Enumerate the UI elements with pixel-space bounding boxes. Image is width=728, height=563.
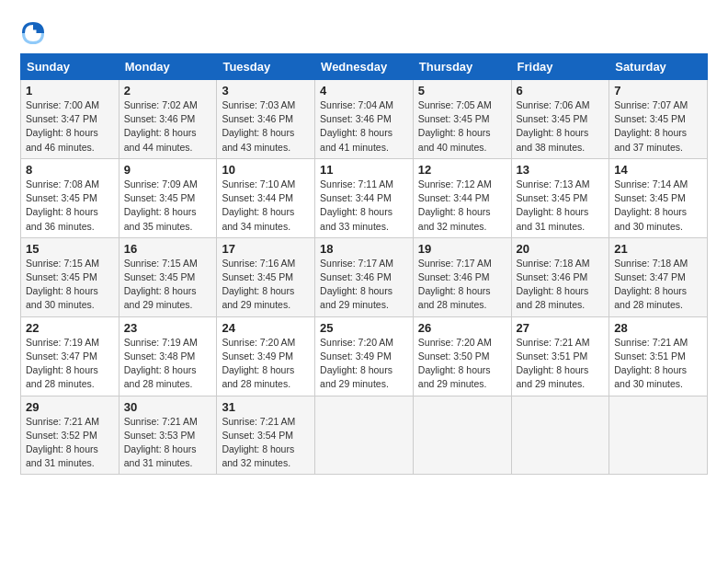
- calendar-cell: 3Sunrise: 7:03 AMSunset: 3:46 PMDaylight…: [217, 80, 315, 159]
- day-number: 10: [222, 163, 310, 177]
- day-info: Sunrise: 7:19 AMSunset: 3:47 PMDaylight:…: [26, 337, 99, 390]
- day-number: 16: [124, 242, 212, 256]
- calendar-cell: 10Sunrise: 7:10 AMSunset: 3:44 PMDayligh…: [217, 158, 315, 237]
- calendar-week-1: 1Sunrise: 7:00 AMSunset: 3:47 PMDaylight…: [21, 80, 708, 159]
- day-info: Sunrise: 7:18 AMSunset: 3:47 PMDaylight:…: [614, 258, 688, 311]
- calendar-week-5: 29Sunrise: 7:21 AMSunset: 3:52 PMDayligh…: [21, 396, 708, 475]
- day-info: Sunrise: 7:00 AMSunset: 3:47 PMDaylight:…: [26, 99, 99, 153]
- calendar-cell: 7Sunrise: 7:07 AMSunset: 3:45 PMDaylight…: [609, 80, 708, 159]
- day-number: 5: [418, 84, 506, 98]
- day-info: Sunrise: 7:08 AMSunset: 3:45 PMDaylight:…: [26, 178, 99, 232]
- col-header-sunday: Sunday: [21, 54, 119, 80]
- col-header-thursday: Thursday: [413, 54, 511, 80]
- day-number: 1: [26, 84, 114, 98]
- day-info: Sunrise: 7:21 AMSunset: 3:51 PMDaylight:…: [614, 337, 688, 390]
- day-info: Sunrise: 7:15 AMSunset: 3:45 PMDaylight:…: [124, 258, 198, 311]
- day-info: Sunrise: 7:06 AMSunset: 3:45 PMDaylight:…: [517, 99, 590, 153]
- day-info: Sunrise: 7:02 AMSunset: 3:46 PMDaylight:…: [124, 99, 198, 153]
- calendar-table: SundayMondayTuesdayWednesdayThursdayFrid…: [20, 53, 708, 475]
- day-number: 12: [418, 163, 506, 177]
- calendar-cell: 16Sunrise: 7:15 AMSunset: 3:45 PMDayligh…: [119, 237, 217, 316]
- day-number: 7: [614, 84, 702, 98]
- day-number: 6: [517, 84, 605, 98]
- calendar-cell: 29Sunrise: 7:21 AMSunset: 3:52 PMDayligh…: [21, 396, 119, 475]
- calendar-cell: 19Sunrise: 7:17 AMSunset: 3:46 PMDayligh…: [413, 237, 511, 316]
- day-info: Sunrise: 7:17 AMSunset: 3:46 PMDaylight:…: [320, 258, 393, 311]
- day-info: Sunrise: 7:12 AMSunset: 3:44 PMDaylight:…: [418, 178, 492, 232]
- day-info: Sunrise: 7:14 AMSunset: 3:45 PMDaylight:…: [614, 178, 688, 232]
- day-number: 30: [124, 400, 212, 414]
- day-number: 9: [124, 163, 212, 177]
- day-info: Sunrise: 7:20 AMSunset: 3:49 PMDaylight:…: [222, 337, 295, 390]
- day-info: Sunrise: 7:11 AMSunset: 3:44 PMDaylight:…: [320, 178, 393, 232]
- day-number: 28: [614, 321, 702, 335]
- header: [20, 17, 708, 46]
- day-info: Sunrise: 7:16 AMSunset: 3:45 PMDaylight:…: [222, 258, 295, 311]
- day-number: 27: [517, 321, 605, 335]
- day-number: 20: [517, 242, 605, 256]
- calendar-week-2: 8Sunrise: 7:08 AMSunset: 3:45 PMDaylight…: [21, 158, 708, 237]
- day-number: 29: [26, 400, 114, 414]
- day-info: Sunrise: 7:21 AMSunset: 3:53 PMDaylight:…: [124, 416, 198, 469]
- day-number: 22: [26, 321, 114, 335]
- calendar-cell: 21Sunrise: 7:18 AMSunset: 3:47 PMDayligh…: [609, 237, 708, 316]
- calendar-cell: 14Sunrise: 7:14 AMSunset: 3:45 PMDayligh…: [609, 158, 708, 237]
- day-info: Sunrise: 7:05 AMSunset: 3:45 PMDaylight:…: [418, 99, 492, 153]
- day-number: 2: [124, 84, 212, 98]
- calendar-cell: 25Sunrise: 7:20 AMSunset: 3:49 PMDayligh…: [315, 316, 414, 396]
- day-info: Sunrise: 7:07 AMSunset: 3:45 PMDaylight:…: [614, 99, 688, 153]
- day-info: Sunrise: 7:21 AMSunset: 3:54 PMDaylight:…: [222, 416, 295, 469]
- day-number: 31: [222, 400, 310, 414]
- col-header-wednesday: Wednesday: [315, 54, 414, 80]
- day-info: Sunrise: 7:09 AMSunset: 3:45 PMDaylight:…: [124, 178, 198, 232]
- col-header-tuesday: Tuesday: [217, 54, 315, 80]
- day-number: 23: [124, 321, 212, 335]
- logo-icon: [20, 20, 46, 46]
- calendar-cell: 6Sunrise: 7:06 AMSunset: 3:45 PMDaylight…: [511, 80, 609, 159]
- day-number: 17: [222, 242, 310, 256]
- day-info: Sunrise: 7:17 AMSunset: 3:46 PMDaylight:…: [418, 258, 492, 311]
- day-number: 25: [320, 321, 408, 335]
- day-info: Sunrise: 7:13 AMSunset: 3:45 PMDaylight:…: [517, 178, 590, 232]
- calendar-cell: 31Sunrise: 7:21 AMSunset: 3:54 PMDayligh…: [217, 396, 315, 475]
- day-info: Sunrise: 7:21 AMSunset: 3:51 PMDaylight:…: [517, 337, 590, 390]
- day-number: 13: [517, 163, 605, 177]
- page: SundayMondayTuesdayWednesdayThursdayFrid…: [0, 0, 728, 563]
- col-header-friday: Friday: [511, 54, 609, 80]
- calendar-cell: 15Sunrise: 7:15 AMSunset: 3:45 PMDayligh…: [21, 237, 119, 316]
- day-info: Sunrise: 7:18 AMSunset: 3:46 PMDaylight:…: [517, 258, 590, 311]
- calendar-cell: [315, 396, 414, 475]
- day-number: 24: [222, 321, 310, 335]
- day-number: 4: [320, 84, 408, 98]
- calendar-cell: 24Sunrise: 7:20 AMSunset: 3:49 PMDayligh…: [217, 316, 315, 396]
- calendar-cell: 23Sunrise: 7:19 AMSunset: 3:48 PMDayligh…: [119, 316, 217, 396]
- day-info: Sunrise: 7:20 AMSunset: 3:50 PMDaylight:…: [418, 337, 492, 390]
- day-number: 18: [320, 242, 408, 256]
- calendar-cell: 2Sunrise: 7:02 AMSunset: 3:46 PMDaylight…: [119, 80, 217, 159]
- calendar-cell: 18Sunrise: 7:17 AMSunset: 3:46 PMDayligh…: [315, 237, 414, 316]
- calendar-header-row: SundayMondayTuesdayWednesdayThursdayFrid…: [21, 54, 708, 80]
- day-info: Sunrise: 7:10 AMSunset: 3:44 PMDaylight:…: [222, 178, 295, 232]
- calendar-week-4: 22Sunrise: 7:19 AMSunset: 3:47 PMDayligh…: [21, 316, 708, 396]
- col-header-saturday: Saturday: [609, 54, 708, 80]
- day-number: 3: [222, 84, 310, 98]
- day-info: Sunrise: 7:15 AMSunset: 3:45 PMDaylight:…: [26, 258, 99, 311]
- day-info: Sunrise: 7:20 AMSunset: 3:49 PMDaylight:…: [320, 337, 393, 390]
- calendar-cell: 22Sunrise: 7:19 AMSunset: 3:47 PMDayligh…: [21, 316, 119, 396]
- calendar-cell: 9Sunrise: 7:09 AMSunset: 3:45 PMDaylight…: [119, 158, 217, 237]
- day-number: 11: [320, 163, 408, 177]
- day-number: 26: [418, 321, 506, 335]
- calendar-cell: 20Sunrise: 7:18 AMSunset: 3:46 PMDayligh…: [511, 237, 609, 316]
- calendar-cell: [511, 396, 609, 475]
- calendar-cell: 17Sunrise: 7:16 AMSunset: 3:45 PMDayligh…: [217, 237, 315, 316]
- calendar-cell: 30Sunrise: 7:21 AMSunset: 3:53 PMDayligh…: [119, 396, 217, 475]
- day-info: Sunrise: 7:04 AMSunset: 3:46 PMDaylight:…: [320, 99, 393, 153]
- calendar-cell: 1Sunrise: 7:00 AMSunset: 3:47 PMDaylight…: [21, 80, 119, 159]
- logo: [20, 20, 50, 46]
- day-info: Sunrise: 7:03 AMSunset: 3:46 PMDaylight:…: [222, 99, 295, 153]
- day-number: 14: [614, 163, 702, 177]
- day-number: 8: [26, 163, 114, 177]
- calendar-cell: 27Sunrise: 7:21 AMSunset: 3:51 PMDayligh…: [511, 316, 609, 396]
- day-number: 21: [614, 242, 702, 256]
- calendar-cell: 12Sunrise: 7:12 AMSunset: 3:44 PMDayligh…: [413, 158, 511, 237]
